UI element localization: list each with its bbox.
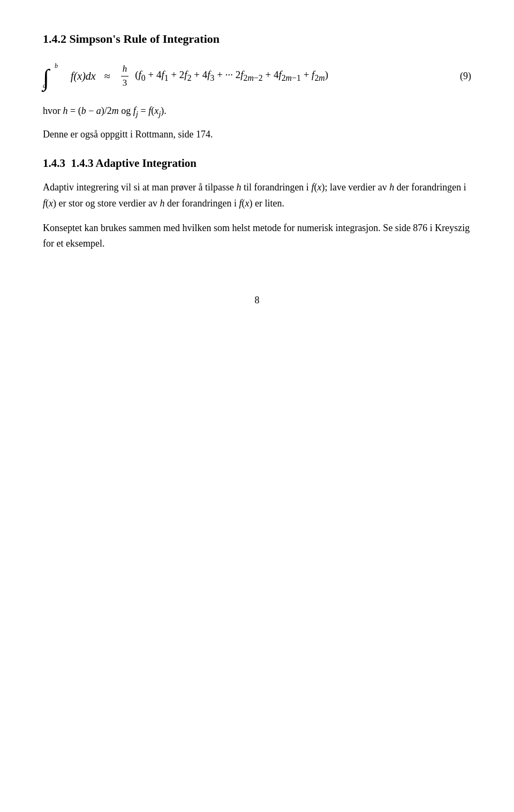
page-number: 8 [43, 295, 471, 306]
where-line: hvor h = (b − a)/2m og fj = f(xj). [43, 103, 471, 120]
also-line: Denne er også oppgitt i Rottmann, side 1… [43, 127, 471, 142]
equation-number: (9) [460, 71, 471, 82]
approx-symbol: ≈ [104, 70, 110, 82]
section-heading-142: 1.4.2 Simpson's Rule of Integration [43, 32, 471, 46]
formula-rhs: (f0 + 4f1 + 2f2 + 4f3 + ··· 2f2m−2 + 4f2… [135, 69, 328, 83]
integral-sign-container: b ∫ a [43, 62, 58, 90]
fraction-numerator: h [121, 64, 129, 76]
fraction-denominator: 3 [121, 76, 129, 88]
formula-block: b ∫ a f(x)dx ≈ h 3 (f0 + 4f1 + 2f2 + 4f3… [43, 62, 471, 90]
section-heading-143: 1.4.3 1.4.3 Adaptive Integration [43, 157, 471, 170]
integral-lower-limit: a [43, 82, 46, 90]
integral-formula: b ∫ a f(x)dx ≈ h 3 (f0 + 4f1 + 2f2 + 4f3… [43, 62, 328, 90]
section-heading-143-text: 1.4.3 Adaptive Integration [71, 157, 197, 170]
paragraph-2: Konseptet kan brukes sammen med hvilken … [43, 220, 471, 252]
page-content: 1.4.2 Simpson's Rule of Integration b ∫ … [43, 32, 471, 306]
paragraph-1: Adaptiv integrering vil si at man prøver… [43, 180, 471, 211]
integrand: f(x)dx [71, 70, 96, 82]
integral-upper-limit: b [55, 62, 58, 70]
h3-fraction: h 3 [121, 64, 129, 88]
